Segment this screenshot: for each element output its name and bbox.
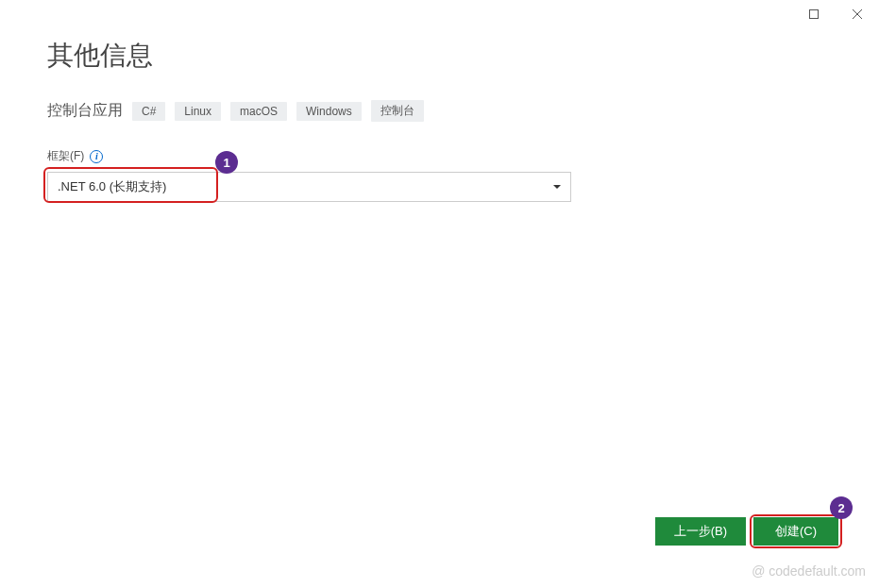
framework-selected-value: .NET 6.0 (长期支持) [58,178,166,195]
watermark: @ codedefault.com [752,563,866,579]
close-icon [853,9,862,19]
tag: 控制台 [371,100,424,122]
tag: macOS [230,102,287,121]
page-title: 其他信息 [47,38,832,74]
annotation-badge-1: 1 [215,151,238,174]
tag: C# [132,102,165,121]
info-icon[interactable]: i [90,150,103,163]
maximize-icon [809,9,819,19]
svg-rect-0 [810,10,819,19]
framework-dropdown[interactable]: .NET 6.0 (长期支持) [47,172,571,202]
tag: Linux [175,102,221,121]
maximize-button[interactable] [792,0,836,28]
tag: Windows [296,102,362,121]
create-button[interactable]: 创建(C) [753,517,838,546]
annotation-badge-2: 2 [830,496,853,519]
subtitle-row: 控制台应用 C# Linux macOS Windows 控制台 [47,100,832,122]
back-button[interactable]: 上一步(B) [655,517,746,546]
framework-label: 框架(F) [47,148,84,164]
chevron-down-icon [553,185,561,189]
close-button[interactable] [836,0,879,28]
project-type-label: 控制台应用 [47,101,123,121]
